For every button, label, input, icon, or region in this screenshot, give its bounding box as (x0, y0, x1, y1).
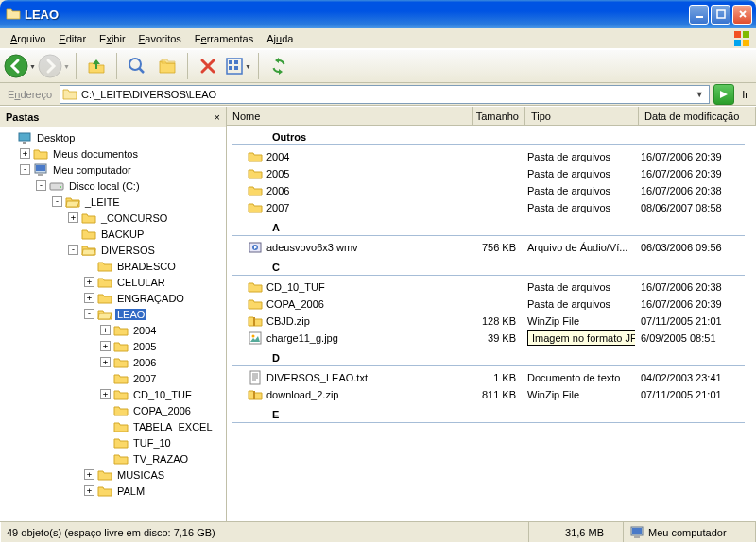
file-row[interactable]: 2005Pasta de arquivos16/07/2006 20:39 (227, 165, 756, 182)
folder-icon (248, 200, 263, 215)
menu-ferramentas[interactable]: Ferramentas (188, 31, 260, 46)
file-size: 1 KB (469, 372, 522, 383)
tree-label: 2007 (131, 373, 158, 384)
tree-node[interactable]: 2007 (0, 370, 226, 386)
tree-node[interactable]: +2004 (0, 322, 226, 338)
sync-button[interactable] (265, 52, 293, 80)
delete-button[interactable] (194, 52, 222, 80)
tree-node[interactable]: +2006 (0, 354, 226, 370)
column-tamanho[interactable]: Tamanho (472, 107, 525, 125)
group-header[interactable]: D (232, 349, 745, 366)
tree-node[interactable]: Desktop (0, 129, 226, 145)
search-button[interactable] (123, 52, 151, 80)
drive-icon (49, 178, 64, 194)
expand-icon[interactable]: + (100, 389, 111, 399)
group-header[interactable]: Outros (232, 128, 745, 145)
file-list[interactable]: Outros2004Pasta de arquivos16/07/2006 20… (227, 126, 756, 521)
file-row[interactable]: 2007Pasta de arquivos08/06/2007 08:58 (227, 199, 756, 216)
tree-node[interactable]: -LEAO (0, 306, 226, 322)
tree-node[interactable]: +MUSICAS (0, 466, 226, 483)
expand-icon[interactable]: + (68, 212, 78, 223)
expand-icon[interactable]: - (68, 245, 78, 255)
group-header[interactable]: E (232, 406, 745, 423)
expand-icon[interactable]: - (20, 164, 30, 175)
group-header[interactable]: A (232, 219, 745, 236)
tree-node[interactable]: +ENGRAÇADO (0, 290, 226, 306)
file-row[interactable]: CD_10_TUFPasta de arquivos16/07/2006 20:… (227, 279, 756, 296)
column-tipo[interactable]: Tipo (525, 107, 639, 125)
file-name: CD_10_TUF (266, 281, 469, 293)
column-data[interactable]: Data de modificação (639, 107, 756, 125)
svg-rect-12 (229, 66, 232, 70)
up-button[interactable] (82, 52, 111, 80)
go-button[interactable] (713, 84, 734, 105)
file-row[interactable]: charge11_g.jpg39 KBImagem no formato JPE… (227, 330, 756, 347)
address-input[interactable] (77, 89, 692, 100)
menu-ajuda[interactable]: Ajuda (260, 31, 300, 46)
file-row[interactable]: COPA_2006Pasta de arquivos16/07/2006 20:… (227, 296, 756, 313)
folder-icon (248, 279, 263, 295)
file-row[interactable]: CBJD.zip128 KBWinZip File07/11/2005 21:0… (227, 313, 756, 330)
tree-node[interactable]: -_LEITE (0, 194, 226, 210)
txt-icon (248, 370, 263, 385)
expand-icon[interactable]: - (84, 309, 94, 319)
expand-icon[interactable]: - (36, 180, 46, 191)
tree-node[interactable]: TV_RAZAO (0, 450, 226, 466)
tree-node[interactable]: +2005 (0, 338, 226, 354)
file-type: Pasta de arquivos (522, 298, 635, 310)
expand-icon[interactable]: + (84, 469, 94, 480)
tree-node[interactable]: +Meus documentos (0, 145, 226, 161)
folders-button[interactable] (153, 52, 181, 80)
file-row[interactable]: 2006Pasta de arquivos16/07/2006 20:38 (227, 182, 756, 199)
expand-icon[interactable]: - (52, 196, 62, 207)
svg-rect-10 (229, 60, 232, 64)
menu-favoritos[interactable]: Favoritos (132, 31, 188, 46)
svg-point-6 (5, 55, 27, 77)
address-dropdown-icon[interactable]: ▼ (692, 90, 707, 99)
expand-icon[interactable]: + (84, 485, 94, 496)
tree-node[interactable]: -Disco local (C:) (0, 178, 226, 194)
column-nome[interactable]: Nome (227, 107, 472, 125)
tree-node[interactable]: BACKUP (0, 226, 226, 242)
file-row[interactable]: DIVERSOS_LEAO.txt1 KBDocumento de texto0… (227, 369, 756, 386)
menu-arquivo[interactable]: Arquivo (4, 31, 52, 46)
expand-icon[interactable]: + (20, 148, 30, 159)
back-button[interactable]: ▼ (4, 52, 36, 80)
expand-icon[interactable]: + (84, 277, 94, 287)
file-name: DIVERSOS_LEAO.txt (266, 372, 469, 383)
expand-icon[interactable]: + (100, 357, 111, 367)
file-row[interactable]: adeusvovo6x3.wmv756 KBArquivo de Áudio/V… (227, 239, 756, 256)
tree-node[interactable]: +CD_10_TUF (0, 386, 226, 402)
folders-panel-close-icon[interactable]: × (215, 111, 220, 123)
folder-icon (248, 149, 263, 164)
folder-tree[interactable]: Desktop+Meus documentos-Meu computador-D… (0, 127, 226, 521)
minimize-button[interactable] (689, 5, 709, 25)
tree-node[interactable]: COPA_2006 (0, 402, 226, 418)
tree-node[interactable]: +PALM (0, 483, 226, 499)
tree-node[interactable]: +CELULAR (0, 274, 226, 290)
address-box[interactable]: ▼ (60, 85, 710, 104)
forward-button[interactable]: ▼ (38, 52, 70, 80)
folder-icon (62, 87, 77, 102)
maximize-button[interactable] (711, 5, 730, 25)
close-button[interactable] (732, 5, 752, 25)
menu-exibir[interactable]: Exibir (93, 31, 132, 46)
tree-node[interactable]: +_CONCURSO (0, 210, 226, 226)
expand-icon[interactable]: + (100, 341, 111, 351)
folders-panel-header: Pastas × (0, 107, 226, 127)
tree-node[interactable]: TUF_10 (0, 434, 226, 450)
file-list-panel: Nome Tamanho Tipo Data de modificação Ou… (227, 107, 756, 521)
file-row[interactable]: download_2.zip811 KBWinZip File07/11/200… (227, 386, 756, 403)
tree-node[interactable]: -Meu computador (0, 161, 226, 178)
menu-editar[interactable]: Editar (52, 31, 93, 46)
file-size: 128 KB (469, 315, 522, 327)
expand-icon[interactable]: + (84, 293, 94, 303)
group-header[interactable]: C (232, 259, 745, 276)
tree-node[interactable]: TABELA_EXCEL (0, 418, 226, 434)
tree-node[interactable]: BRADESCO (0, 258, 226, 274)
tree-node[interactable]: -DIVERSOS (0, 242, 226, 258)
views-button[interactable]: ▼ (224, 52, 252, 80)
expand-icon[interactable]: + (100, 325, 111, 335)
file-row[interactable]: 2004Pasta de arquivos16/07/2006 20:39 (227, 148, 756, 165)
go-label: Ir (738, 89, 752, 100)
